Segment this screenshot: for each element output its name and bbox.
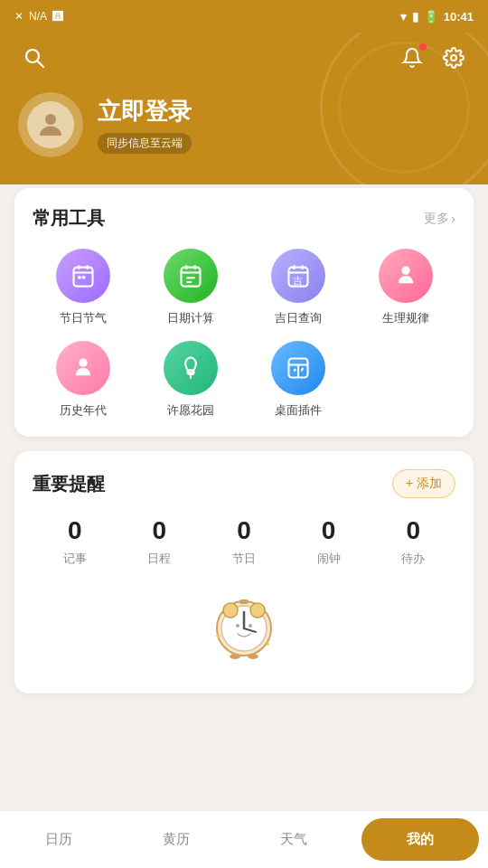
status-left: ✕ N/A 🅰 <box>14 10 63 23</box>
tool-wish-garden[interactable]: 许愿花园 <box>140 341 240 419</box>
tool-icon-wish-garden <box>164 341 218 395</box>
user-info: 立即登录 同步信息至云端 <box>18 92 470 157</box>
nav-mine[interactable]: 我的 <box>361 818 479 861</box>
more-tools-label: 更多 <box>424 211 449 227</box>
tool-icon-desktop-widget <box>271 341 325 395</box>
status-bar: ✕ N/A 🅰 ▾ ▮ 🔋 10:41 <box>0 0 488 33</box>
main-content: 常用工具 更多 › 节日节气 <box>0 170 488 726</box>
tool-label-history: 历史年代 <box>60 402 107 419</box>
battery-icon: 🔋 <box>424 10 438 24</box>
nav-lunar[interactable]: 黄历 <box>117 811 235 868</box>
status-icon-a: 🅰 <box>52 10 63 23</box>
tool-label-physiology: 生理规律 <box>382 310 429 326</box>
svg-point-22 <box>79 359 87 367</box>
chevron-right-icon: › <box>451 212 455 226</box>
nav-weather[interactable]: 天气 <box>235 811 352 868</box>
stat-num-notes: 0 <box>68 516 82 545</box>
tools-grid: 节日节气 日期计算 <box>33 249 455 419</box>
svg-line-28 <box>294 369 296 371</box>
svg-text:吉: 吉 <box>293 275 303 286</box>
tool-festivals[interactable]: 节日节气 <box>33 249 133 326</box>
settings-button[interactable] <box>437 42 470 74</box>
svg-text:✦: ✦ <box>265 640 271 648</box>
stat-label-schedule: 日程 <box>147 551 171 567</box>
svg-rect-9 <box>81 276 85 279</box>
add-reminder-button[interactable]: + 添加 <box>392 469 455 498</box>
svg-line-1 <box>38 61 44 68</box>
stat-num-festival: 0 <box>237 516 251 545</box>
tool-empty <box>355 341 455 419</box>
header: 立即登录 同步信息至云端 <box>0 33 488 184</box>
avatar-inner <box>27 101 74 148</box>
stat-label-todo: 待办 <box>401 551 425 567</box>
tool-label-date-calc: 日期计算 <box>167 310 214 326</box>
avatar[interactable] <box>18 92 83 157</box>
time-display: 10:41 <box>444 10 474 24</box>
empty-svg: ✦ ✦ <box>203 585 285 666</box>
svg-point-39 <box>236 624 239 627</box>
reminder-card: 重要提醒 + 添加 0 记事 0 日程 0 节日 0 闹钟 0 待办 <box>14 451 474 693</box>
more-tools-link[interactable]: 更多 › <box>424 211 455 227</box>
notification-button[interactable] <box>396 42 428 74</box>
sync-badge: 同步信息至云端 <box>98 133 192 154</box>
tool-icon-lucky-day: 吉 <box>271 249 325 303</box>
tool-physiology[interactable]: 生理规律 <box>355 249 455 326</box>
nav-calendar[interactable]: 日历 <box>0 811 117 868</box>
stat-label-notes: 记事 <box>63 551 87 567</box>
svg-rect-24 <box>187 370 193 374</box>
nav-calendar-label: 日历 <box>45 831 72 848</box>
svg-point-40 <box>249 624 252 627</box>
tool-lucky-day[interactable]: 吉 吉日查询 <box>248 249 348 326</box>
tool-icon-history <box>56 341 110 395</box>
svg-point-35 <box>250 603 265 618</box>
svg-point-21 <box>401 267 409 275</box>
svg-text:✦: ✦ <box>214 631 221 641</box>
tools-card: 常用工具 更多 › 节日节气 <box>14 188 474 437</box>
tool-desktop-widget[interactable]: 桌面插件 <box>248 341 348 419</box>
reminder-title: 重要提醒 <box>33 472 105 496</box>
svg-rect-8 <box>78 276 81 279</box>
tool-icon-date-calc <box>164 249 218 303</box>
svg-point-3 <box>45 114 56 125</box>
reminder-card-header: 重要提醒 + 添加 <box>33 469 455 498</box>
empty-illustration: ✦ ✦ <box>33 567 455 675</box>
svg-point-2 <box>451 55 456 61</box>
header-toolbar <box>18 42 470 74</box>
nav-lunar-label: 黄历 <box>163 831 190 848</box>
reminder-stats: 0 记事 0 日程 0 节日 0 闹钟 0 待办 <box>33 516 455 567</box>
tool-icon-festivals <box>56 249 110 303</box>
status-na: N/A <box>29 10 47 23</box>
stat-schedule: 0 日程 <box>147 516 171 567</box>
svg-rect-10 <box>181 268 200 287</box>
stat-num-alarm: 0 <box>322 516 336 545</box>
status-right: ▾ ▮ 🔋 10:41 <box>400 10 474 24</box>
stat-num-schedule: 0 <box>153 516 167 545</box>
tool-label-festivals: 节日节气 <box>60 310 107 326</box>
tools-card-header: 常用工具 更多 › <box>33 206 455 231</box>
svg-point-38 <box>248 654 258 659</box>
search-button[interactable] <box>18 42 51 74</box>
nav-mine-label: 我的 <box>407 831 434 848</box>
stat-label-alarm: 闹钟 <box>317 551 341 567</box>
nav-weather-label: 天气 <box>280 831 307 848</box>
notification-badge <box>419 43 427 51</box>
svg-point-34 <box>223 603 238 618</box>
stat-alarm: 0 闹钟 <box>317 516 341 567</box>
tool-icon-physiology <box>379 249 433 303</box>
stat-label-festival: 节日 <box>232 551 256 567</box>
wifi-icon: ▾ <box>400 10 407 24</box>
svg-point-37 <box>230 654 240 659</box>
stat-notes: 0 记事 <box>63 516 87 567</box>
tool-date-calc[interactable]: 日期计算 <box>140 249 240 326</box>
tool-label-wish-garden: 许愿花园 <box>167 402 214 419</box>
login-title[interactable]: 立即登录 <box>98 96 192 127</box>
stat-festival: 0 节日 <box>232 516 256 567</box>
stat-todo: 0 待办 <box>401 516 425 567</box>
signal-icon: ▮ <box>412 10 418 24</box>
tool-label-desktop-widget: 桌面插件 <box>275 402 322 419</box>
tool-history[interactable]: 历史年代 <box>33 341 133 419</box>
bottom-nav: 日历 黄历 天气 我的 <box>0 810 488 868</box>
stat-num-todo: 0 <box>406 516 420 545</box>
tools-title: 常用工具 <box>33 206 105 231</box>
user-text: 立即登录 同步信息至云端 <box>98 96 192 154</box>
